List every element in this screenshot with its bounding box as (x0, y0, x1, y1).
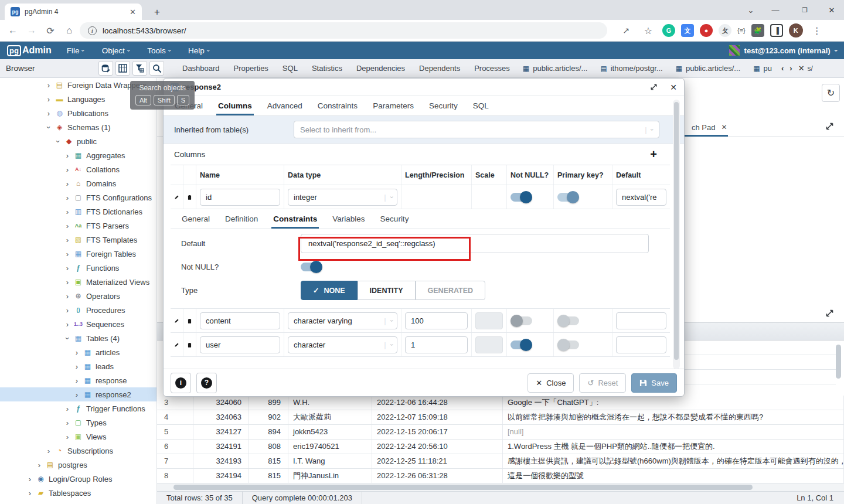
content-cell[interactable]: 以前經常把雜湊與加密的概念混淆在一起，想說不都是變成看不懂的東西嗎? (503, 410, 844, 424)
tree-item-domains[interactable]: ›⌂Domains (0, 176, 156, 190)
primary-key-toggle[interactable] (557, 316, 579, 325)
ref-cell[interactable]: 815 (249, 469, 288, 483)
timestamp-cell[interactable]: 2022-12-24 20:56:10 (372, 440, 503, 454)
reload-button[interactable]: ⟳ (42, 22, 59, 39)
chevron-right-icon[interactable]: › (46, 81, 52, 90)
edit-row-button[interactable] (171, 185, 183, 209)
id-cell[interactable]: 324063 (193, 410, 249, 424)
edit-row-button[interactable] (171, 333, 183, 356)
length-input[interactable]: 1 (405, 336, 468, 353)
chevron-right-icon[interactable]: › (64, 165, 70, 174)
name-cell[interactable]: 門神JanusLin (288, 469, 372, 483)
detail-tab-constraints[interactable]: Constraints (266, 209, 325, 229)
vertical-scrollbar[interactable] (836, 345, 841, 379)
tree-item-subscriptions[interactable]: ›◔Subscriptions (0, 444, 156, 458)
panel-tab-dependents[interactable]: Dependents (413, 59, 467, 77)
dialog-tab-sql[interactable]: SQL (465, 96, 496, 115)
add-column-button[interactable]: + (650, 148, 657, 161)
menu-help[interactable]: Help› (188, 46, 209, 55)
tab-scroll-right-icon[interactable]: › (787, 64, 795, 73)
chevron-right-icon[interactable]: › (64, 207, 70, 216)
edit-row-button[interactable] (171, 309, 183, 332)
panel-tab-sql[interactable]: SQL (276, 59, 304, 77)
braces-extension-icon[interactable]: {≡} (737, 27, 746, 34)
tree-item-collations[interactable]: ›A↓Collations (0, 162, 156, 176)
chevron-right-icon[interactable]: › (64, 306, 70, 315)
tree-item-procedures[interactable]: ›()Procedures (0, 303, 156, 317)
delete-row-button[interactable] (183, 333, 196, 356)
tree-item-fts-parsers[interactable]: ›AaFTS Parsers (0, 219, 156, 233)
chevron-right-icon[interactable]: › (64, 250, 70, 258)
tree-item-types[interactable]: ›▢Types (0, 416, 156, 430)
tree-item-materialized-views[interactable]: ›▣Materialized Views (0, 275, 156, 289)
column-name-input[interactable]: content (200, 312, 280, 329)
type-option-generated[interactable]: GENERATED (416, 281, 486, 300)
name-cell[interactable]: I.T. Wang (288, 454, 372, 468)
tree-item-public[interactable]: ›◆public (0, 134, 156, 148)
column-name-input[interactable]: user (200, 336, 280, 353)
window-minimize-button[interactable]: — (763, 0, 788, 20)
ref-cell[interactable]: 894 (249, 425, 288, 439)
id-cell[interactable]: 324060 (193, 396, 249, 410)
tree-item-leads[interactable]: ›▦leads (0, 359, 156, 373)
data-type-select[interactable]: character varying|› (288, 312, 397, 329)
chevron-right-icon[interactable]: › (64, 320, 70, 329)
tree-item-functions[interactable]: ›ƒFunctions (0, 261, 156, 275)
timestamp-cell[interactable]: 2022-12-25 11:18:21 (372, 454, 503, 468)
dialog-help-button[interactable]: ? (196, 373, 217, 393)
chevron-right-icon[interactable]: › (64, 236, 70, 244)
row-number-cell[interactable]: 4 (157, 410, 193, 424)
tree-item-login-group-roles[interactable]: ›◉Login/Group Roles (0, 472, 156, 486)
tree-item-operators[interactable]: ›⊕Operators (0, 289, 156, 303)
tab-close-icon[interactable]: ✕ (130, 8, 136, 16)
refresh-button[interactable]: ↻ (822, 84, 840, 102)
chevron-right-icon[interactable]: › (64, 264, 70, 273)
tab-scratch-pad[interactable]: ch Pad ✕ (685, 117, 734, 137)
sidebar-toggle-icon[interactable]: ▐ (770, 24, 783, 37)
reset-button[interactable]: ↺Reset (579, 373, 626, 393)
profile-avatar[interactable]: K (789, 23, 803, 38)
close-button[interactable]: ✕Close (528, 373, 574, 393)
dialog-tab-columns[interactable]: Columns (210, 96, 260, 115)
browser-tab[interactable]: pg pgAdmin 4 ✕ (5, 4, 142, 20)
chevron-down-icon[interactable]: › (54, 138, 63, 144)
account-menu[interactable]: test@123.com (internal) › (729, 45, 837, 56)
name-cell[interactable]: jokkn5423 (288, 425, 372, 439)
new-tab-button[interactable]: + (150, 5, 164, 19)
panel-tab-properties[interactable]: Properties (227, 59, 275, 77)
dialog-maximize-icon[interactable] (650, 83, 658, 91)
row-number-cell[interactable]: 3 (157, 396, 193, 410)
chevron-right-icon[interactable]: › (64, 404, 70, 413)
chevron-right-icon[interactable]: › (64, 418, 70, 427)
back-button[interactable]: ← (5, 22, 21, 39)
tree-item-fts-templates[interactable]: ›▧FTS Templates (0, 233, 156, 247)
tree-item-response[interactable]: ›▦response (0, 373, 156, 387)
window-maximize-button[interactable]: ❐ (792, 0, 817, 20)
detail-tab-general[interactable]: General (174, 209, 217, 229)
tree-item-trigger-functions[interactable]: ›ƒTrigger Functions (0, 401, 156, 416)
detail-tab-definition[interactable]: Definition (217, 209, 266, 229)
doc-tab-pu[interactable]: ▦pu (747, 59, 778, 77)
content-cell[interactable]: 感謝樓主提供資訊，建議可以記錄型號(h660wm)與韌體版本，的確在特定版本可能… (503, 454, 844, 468)
share-icon[interactable]: ↗ (618, 22, 634, 39)
column-name-input[interactable]: id (200, 189, 280, 206)
address-bar[interactable]: i localhost:5433/browser/ (80, 22, 607, 39)
panel-tab-dependencies[interactable]: Dependencies (350, 59, 411, 77)
tree-item-views[interactable]: ›▣Views (0, 430, 156, 444)
primary-key-toggle[interactable] (557, 193, 579, 202)
not-null-toggle[interactable] (301, 263, 322, 271)
menu-file[interactable]: File› (67, 46, 84, 55)
row-number-cell[interactable]: 6 (157, 440, 193, 454)
panel-tab-statistics[interactable]: Statistics (305, 59, 349, 77)
sql-help-button[interactable]: i (171, 373, 191, 393)
dialog-tab-advanced[interactable]: Advanced (260, 96, 310, 115)
scale-input[interactable] (475, 312, 503, 329)
expand-icon[interactable] (825, 122, 834, 131)
chevron-right-icon[interactable]: › (64, 222, 70, 230)
dialog-tab-constraints[interactable]: Constraints (310, 96, 365, 115)
row-number-cell[interactable]: 7 (157, 454, 193, 468)
ime-extension-icon[interactable]: 攵 (719, 24, 731, 37)
panel-tab-dashboard[interactable]: Dashboard (176, 59, 226, 77)
query-tool-button[interactable] (98, 61, 113, 76)
data-type-select[interactable]: integer|› (288, 189, 397, 206)
